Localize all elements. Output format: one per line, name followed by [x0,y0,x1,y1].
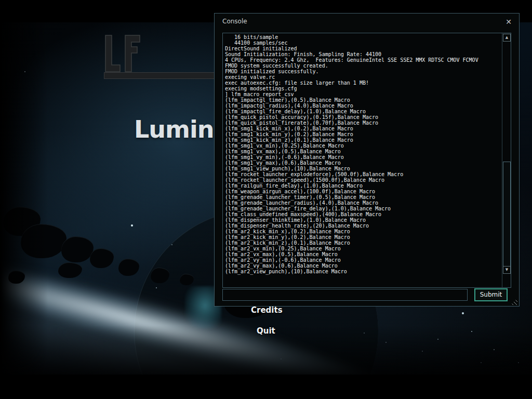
console-line: (lfm_ar2_vy_max),(0.6),Balance Macro [225,263,502,269]
console-line: (lfm_smg1_kick_min_z),(0.1),Balance Macr… [225,137,502,143]
console-line: (lfm_rocket_launcher_speed),(1500.0f),Ba… [225,177,502,183]
console-line: (lfm_ar2_vx_max),(0.5),Balance Macro [225,251,502,257]
screen: Lumino Credits Quit Console ✕ 16 bits/sa… [0,0,532,399]
console-line: DirectSound initialized [225,46,502,51]
console-line: (lfm_class_undefined_maxspeed),(400),Bal… [225,211,502,217]
console-line: 16 bits/sample [225,34,502,40]
scroll-up-icon: ▲ [506,35,508,39]
console-line: (lfm_smg1_vy_min),(-0.6),Balance Macro [225,154,502,160]
console-window-title: Console [222,18,247,25]
close-button[interactable]: ✕ [504,17,513,26]
console-line: (lfm_impactgl_radius),(4.0),Balance Macr… [225,103,502,109]
console-line: (lfm_quick_pistol_firerate),(0.70f),Bala… [225,120,502,126]
scrollbar-up-button[interactable]: ▲ [503,34,511,42]
console-line: (lfm_ar2_view_punch),(10),Balance Macro [225,269,502,274]
console-line: (lfm_weapon_airgun_accel),(100.0f),Balan… [225,189,502,194]
console-line: (lfm_railgun_fire_delay),(1.0),Balance M… [225,183,502,189]
logo-underline [104,72,215,79]
console-window: Console ✕ 16 bits/sample 44100 samples/s… [214,13,520,307]
console-line: Sound Initialization: Finish, Sampling R… [225,51,502,57]
command-input[interactable] [222,289,468,301]
console-line: (lfm_ar2_kick_min_z),(0.1),Balance Macro [225,240,502,246]
menu-item-quit[interactable]: Quit [257,326,275,336]
console-line: (lfm_smg1_view_punch),(10),Balance Macro [225,166,502,171]
console-line: (lfm_impactgl_fire_delay),(1.0),Balance … [225,109,502,114]
asteroid [180,274,194,285]
game-title-text: Lumino [134,115,215,142]
asteroid [3,207,41,236]
console-line: (lfm_ar2_vx_min),(0.25),Balance Macro [225,246,502,251]
lf-logo [103,34,145,73]
asteroid [118,259,139,276]
console-line: exec autoexec.cfg: file size larger than… [225,80,502,86]
console-line: (lfm_smg1_vx_max),(0.5),Balance Macro [225,149,502,154]
console-line: (lfm_smg1_vy_max),(0.6),Balance Macro [225,160,502,166]
console-line: (lfm_dispenser_thinktime),(1.0),Balance … [225,217,502,223]
console-log: 16 bits/sample 44100 samples/secDirectSo… [223,33,502,287]
asteroid [151,268,169,283]
console-line: (lfm_quick_pistol_accuracy),(0.15f),Bala… [225,114,502,120]
submit-button[interactable]: Submit [474,288,508,301]
console-output[interactable]: 16 bits/sample 44100 samples/secDirectSo… [222,33,511,288]
asteroid [21,224,66,258]
console-line: (lfm_ar2_vy_min),(-0.6),Balance Macro [225,257,502,263]
console-line: FMOD initialized successfully. [225,69,502,74]
console-line: execing valve.rc [225,74,502,80]
letterbox-bottom [0,375,532,399]
console-line: 44100 samples/sec [225,40,502,46]
console-line: (lfm_smg1_kick_min_y),(0.2),Balance Macr… [225,131,502,137]
console-line: (lfm_rocket_launcher_explodeforce),(500.… [225,171,502,177]
console-line: (lfm_dispenser_health_rate),(20),Balance… [225,223,502,229]
console-line: (lfm_impactgl_timer),(0.5),Balance Macro [225,97,502,103]
console-line: (lfm_grenade_launcher_timer),(0.5),Balan… [225,194,502,200]
scrollbar[interactable]: ▲ ▼ [502,33,511,287]
console-line: (lfm_grenade_launcher_fire_delay),(1.0),… [225,206,502,211]
console-line: (lfm_ar2_kick_min_y),(0.2),Balance Macro [225,234,502,240]
console-line: FMOD system successfully created. [225,63,502,69]
resize-grip-icon[interactable] [511,298,517,305]
close-icon: ✕ [506,18,512,26]
console-line: (lfm_ar2_kick_min_x),(0.2),Balance Macro [225,229,502,234]
console-line: 4 CPUs, Frequency: 2.4 Ghz, Features: Ge… [225,57,502,63]
scrollbar-down-button[interactable]: ▼ [503,266,511,274]
scrollbar-thumb[interactable] [503,162,511,274]
console-line: (lfm_grenade_launcher_radius),(4.0),Bala… [225,200,502,206]
asteroid [90,248,114,268]
asteroid [8,271,25,284]
console-line: ] lfm_macro_report_csv [225,91,502,97]
asteroid [61,236,94,262]
console-line: execing modsettings.cfg [225,86,502,91]
menu-item-credits[interactable]: Credits [251,305,283,315]
asteroid [58,262,82,278]
scroll-down-icon: ▼ [506,268,508,272]
console-line: (lfm_smg1_vx_min),(0.25),Balance Macro [225,143,502,149]
console-line: (lfm_smg1_kick_min_x),(0.2),Balance Macr… [225,126,502,131]
